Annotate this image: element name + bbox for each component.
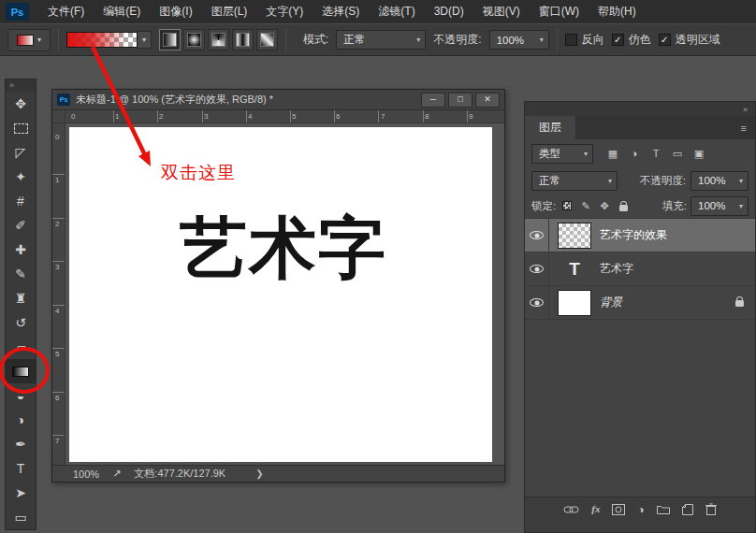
document-titlebar[interactable]: Ps 未标题-1 @ 100% (艺术字的效果, RGB/8) * ─ □ ✕ <box>52 90 504 110</box>
visibility-toggle[interactable] <box>525 286 549 319</box>
clone-stamp-tool[interactable]: ♜ <box>6 286 36 310</box>
mode-select[interactable]: 正常 ▾ <box>336 30 426 50</box>
menu-window[interactable]: 窗口(W) <box>530 0 589 23</box>
visibility-toggle[interactable] <box>525 252 549 285</box>
path-selection-icon: ➤ <box>15 486 26 499</box>
history-brush-tool[interactable]: ↺ <box>6 310 36 335</box>
adjustment-filter-icon[interactable]: ◑ <box>625 145 644 163</box>
status-arrow-icon[interactable]: ↗ <box>112 468 121 480</box>
type-tool[interactable]: T <box>6 456 36 481</box>
eyedropper-icon: ✐ <box>15 219 26 232</box>
canvas[interactable]: 双击这里 艺术字 <box>69 127 492 462</box>
status-chevron-icon[interactable]: ❯ <box>255 468 263 479</box>
menu-edit[interactable]: 编辑(E) <box>94 0 150 23</box>
adjustment-layer-icon[interactable]: ◑ <box>637 504 644 515</box>
layer-row-effect[interactable]: 艺术字的效果 <box>525 219 755 252</box>
visibility-toggle[interactable] <box>525 219 549 252</box>
panel-header: » <box>525 102 755 116</box>
layer-row-background[interactable]: 背景 <box>525 286 755 320</box>
menu-layer[interactable]: 图层(L) <box>202 0 257 23</box>
shape-filter-icon[interactable]: ▭ <box>668 145 687 163</box>
tool-preset-picker[interactable]: ▾ <box>7 29 51 51</box>
angle-gradient-button[interactable] <box>208 29 229 50</box>
gradient-tool[interactable] <box>6 359 36 383</box>
delete-layer-icon[interactable] <box>705 503 717 515</box>
text-layer-thumbnail[interactable]: T <box>558 256 591 282</box>
crop-icon: # <box>17 194 24 208</box>
link-layers-icon[interactable] <box>563 505 579 514</box>
dodge-tool[interactable]: ◑ <box>6 408 36 432</box>
dither-checkbox[interactable]: ✓ <box>612 34 624 46</box>
minimize-button[interactable]: ─ <box>421 93 445 108</box>
type-filter-icon[interactable]: T <box>647 145 665 163</box>
ruler-number: 3 <box>204 112 208 121</box>
shape-tool[interactable]: ▭ <box>6 505 36 529</box>
type-icon: T <box>17 462 25 475</box>
panel-menu-icon[interactable]: ≡ <box>741 122 755 134</box>
transparency-checkbox[interactable]: ✓ <box>659 34 671 46</box>
quick-select-tool[interactable]: ✦ <box>6 165 36 189</box>
healing-brush-tool[interactable]: ✚ <box>6 238 36 262</box>
reverse-checkbox[interactable] <box>565 34 577 46</box>
zoom-level[interactable]: 100% <box>73 468 99 480</box>
photoshop-app: Ps 文件(F) 编辑(E) 图像(I) 图层(L) 文字(Y) 选择(S) 滤… <box>0 0 756 533</box>
brush-tool[interactable]: ✎ <box>6 262 36 286</box>
new-layer-icon[interactable] <box>682 504 693 515</box>
reflected-gradient-button[interactable] <box>232 29 254 50</box>
move-tool[interactable]: ✥ <box>6 92 36 116</box>
smart-object-filter-icon[interactable]: ▣ <box>690 145 708 163</box>
toolbar-collapse-icon[interactable]: » <box>6 79 36 92</box>
radial-gradient-button[interactable] <box>183 29 205 50</box>
new-group-icon[interactable] <box>657 504 670 514</box>
close-button[interactable]: ✕ <box>475 93 500 108</box>
pen-tool[interactable]: ✒ <box>6 432 36 456</box>
chevron-down-icon: ▾ <box>608 177 612 185</box>
tab-layers[interactable]: 图层 <box>525 116 575 139</box>
layer-style-icon[interactable]: fx <box>591 504 600 514</box>
menu-help[interactable]: 帮助(H) <box>589 0 646 23</box>
background-lock-icon[interactable] <box>735 295 744 310</box>
menu-image[interactable]: 图像(I) <box>150 0 201 23</box>
padlock-icon <box>619 205 628 211</box>
menu-3d[interactable]: 3D(D) <box>425 0 473 23</box>
path-selection-tool[interactable]: ➤ <box>6 481 36 505</box>
panel-footer <box>525 521 755 532</box>
reverse-option: 反向 <box>565 32 604 48</box>
eraser-tool[interactable]: ▱ <box>6 335 36 359</box>
menu-view[interactable]: 视图(V) <box>473 0 530 23</box>
layer-mask-icon[interactable] <box>612 504 625 515</box>
gradient-picker[interactable]: ▾ <box>66 31 152 49</box>
layers-panel: » 图层 ≡ 类型 ▾ ▦ ◑ T ▭ ▣ 正常 ▾ 不透明度: 100% ▾ <box>524 101 756 533</box>
blur-tool[interactable]: ◒ <box>6 383 36 408</box>
diamond-gradient-button[interactable] <box>256 29 278 50</box>
pixel-filter-icon[interactable]: ▦ <box>603 145 622 163</box>
eyedropper-tool[interactable]: ✐ <box>6 213 36 238</box>
layer-row-text[interactable]: T 艺术字 <box>525 252 755 286</box>
menu-filter[interactable]: 滤镜(T) <box>369 0 424 23</box>
canvas-pasteboard: 双击这里 艺术字 <box>65 123 504 465</box>
marquee-tool[interactable] <box>6 116 36 140</box>
crop-tool[interactable]: # <box>6 189 36 213</box>
menu-file[interactable]: 文件(F) <box>38 0 94 23</box>
layers-panel-toolbar: fx ◑ <box>525 497 755 521</box>
maximize-button[interactable]: □ <box>448 93 472 108</box>
fill-select[interactable]: 100% ▾ <box>691 196 749 216</box>
lock-transparency-icon[interactable] <box>560 197 574 215</box>
opacity-select[interactable]: 100% ▾ <box>489 30 549 50</box>
lock-pixels-icon[interactable]: ✎ <box>578 197 593 215</box>
lock-all-icon[interactable] <box>616 197 631 215</box>
lasso-tool[interactable]: ◸ <box>6 140 36 165</box>
menu-type[interactable]: 文字(Y) <box>256 0 313 23</box>
layer-thumbnail[interactable] <box>558 223 591 249</box>
linear-gradient-button[interactable] <box>159 29 181 50</box>
lock-position-icon[interactable]: ✥ <box>597 197 612 215</box>
layer-opacity-select[interactable]: 100% ▾ <box>691 171 749 191</box>
filter-type-select[interactable]: 类型 ▾ <box>531 144 593 164</box>
layer-thumbnail[interactable] <box>558 290 591 316</box>
chevron-down-icon[interactable]: ▾ <box>138 31 152 49</box>
panel-collapse-icon[interactable]: » <box>743 105 748 114</box>
gradient-preview[interactable] <box>66 32 138 48</box>
ruler-number: 7 <box>55 437 59 445</box>
menu-select[interactable]: 选择(S) <box>313 0 369 23</box>
blend-mode-select[interactable]: 正常 ▾ <box>531 171 618 191</box>
